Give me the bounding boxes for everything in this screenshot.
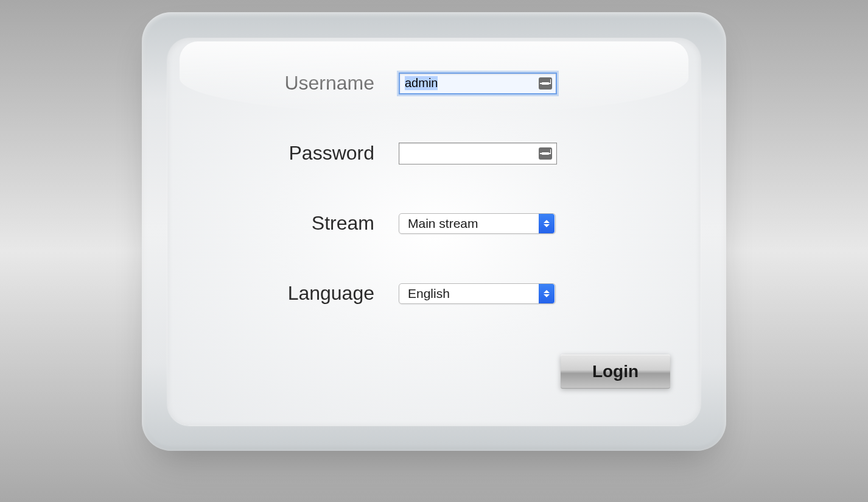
username-field-wrap: admin bbox=[399, 72, 557, 94]
login-panel-inner: Username admin Password Stream Main stre… bbox=[167, 38, 701, 425]
stream-select[interactable]: Main stream bbox=[399, 213, 556, 234]
login-panel-outer: Username admin Password Stream Main stre… bbox=[142, 12, 726, 451]
password-input[interactable] bbox=[399, 143, 557, 164]
password-field-wrap bbox=[399, 143, 557, 164]
language-select-value: English bbox=[399, 286, 539, 301]
stream-row: Stream Main stream bbox=[204, 212, 664, 235]
password-label: Password bbox=[204, 142, 399, 164]
select-stepper-icon bbox=[539, 284, 555, 303]
username-row: Username admin bbox=[204, 72, 664, 94]
language-select[interactable]: English bbox=[399, 283, 556, 304]
username-label: Username bbox=[204, 72, 399, 94]
language-row: Language English bbox=[204, 282, 664, 305]
select-stepper-icon bbox=[539, 214, 555, 233]
username-input[interactable] bbox=[399, 72, 557, 94]
login-button[interactable]: Login bbox=[561, 355, 670, 389]
stream-select-value: Main stream bbox=[399, 216, 539, 231]
language-label: Language bbox=[204, 282, 399, 305]
password-row: Password bbox=[204, 142, 664, 164]
autofill-icon[interactable] bbox=[539, 147, 552, 160]
stream-label: Stream bbox=[204, 212, 399, 235]
autofill-icon[interactable] bbox=[539, 77, 552, 90]
